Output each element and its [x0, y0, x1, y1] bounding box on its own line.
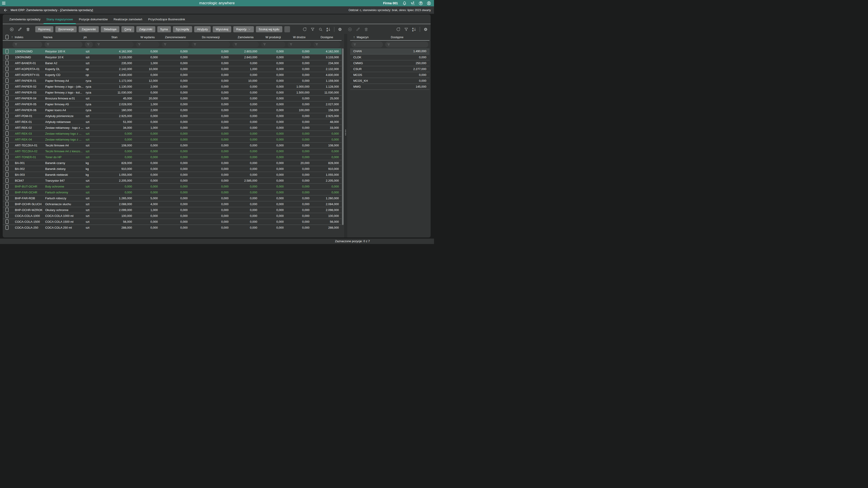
- row-checkbox[interactable]: [5, 72, 8, 77]
- table-row[interactable]: BHP-FAR-OCHRFartuch ochronnyszt0,0000,00…: [3, 189, 342, 195]
- row-checkbox[interactable]: [5, 102, 8, 106]
- button-szukaj-wg-kodu[interactable]: Szukaj wg kodu: [256, 26, 282, 32]
- row-checkbox[interactable]: [5, 202, 8, 206]
- row-checkbox[interactable]: [5, 55, 8, 59]
- table-row[interactable]: ART-PAPIER-01Papier firmowy A4ryza1.172,…: [3, 78, 342, 84]
- panel-column-header-dostępne[interactable]: Dostępne: [384, 34, 430, 40]
- table-row[interactable]: ART-REK-02Zestaw reklamowy - logo z ...s…: [3, 125, 342, 131]
- row-checkbox[interactable]: [5, 61, 8, 65]
- table-row[interactable]: BHP-OCHR-SŁUCHOchraniacze słuchuszt2.088…: [3, 201, 342, 207]
- filter-input-stan[interactable]: [95, 41, 133, 47]
- table-row[interactable]: BHP-OCHR-WZROKOkulary ochronneszt2.099,0…: [3, 207, 342, 213]
- sort-az-icon[interactable]: [412, 27, 416, 32]
- button-suma[interactable]: Suma: [157, 26, 171, 32]
- sort-az-icon[interactable]: [326, 27, 331, 32]
- add-icon[interactable]: [9, 27, 14, 32]
- filter-input-jm[interactable]: [85, 41, 93, 47]
- tab-pozycje-dokument-w[interactable]: Pozycje dokumentów: [76, 18, 111, 24]
- help-icon[interactable]: [418, 1, 423, 6]
- column-header-w-wydaniu[interactable]: W wydaniu: [135, 34, 160, 40]
- row-checkbox[interactable]: [5, 172, 8, 177]
- filter-input-do-rezerwacji[interactable]: [191, 41, 230, 47]
- row-checkbox[interactable]: [5, 108, 8, 112]
- notifications-icon[interactable]: [402, 1, 407, 6]
- table-row[interactable]: BA-003Barwnik niebieskikg1.055,0000,0000…: [3, 172, 342, 177]
- table-row[interactable]: ART-PAPIER-02Papier firmowy z logo - (of…: [3, 84, 342, 90]
- table-row[interactable]: 10K5%SMDRezystor 10 Kszt3.133,0000,0000,…: [3, 54, 342, 60]
- tab-realizacje-zam-wie-[interactable]: Realizacje zamówień: [111, 18, 145, 24]
- button-szczeg-y[interactable]: Szczegóły: [173, 26, 192, 32]
- table-row[interactable]: ART-PAPIER-05Papier firmowy A5ryza2.028,…: [3, 101, 342, 107]
- row-checkbox[interactable]: [5, 178, 8, 183]
- table-row[interactable]: COCA-COLA-1000COCA COLA 1000 mlszt100,00…: [3, 213, 342, 219]
- row-checkbox[interactable]: [5, 161, 8, 165]
- add-icon[interactable]: [348, 27, 352, 32]
- column-header-w-drodze[interactable]: W drodze: [286, 34, 312, 40]
- row-checkbox[interactable]: [5, 214, 8, 218]
- table-row[interactable]: ART-REK-01Artykuły reklamoweszt51,0000,0…: [3, 119, 342, 125]
- panel-filter-input-dostępne[interactable]: [385, 41, 428, 47]
- select-all-checkbox[interactable]: [5, 35, 8, 39]
- row-checkbox[interactable]: [5, 120, 8, 124]
- table-row[interactable]: BC847Tranzystor 847szt2.205,0000,0000,00…: [3, 177, 342, 184]
- refresh-icon[interactable]: [396, 27, 401, 32]
- edit-icon[interactable]: [356, 27, 360, 32]
- table-row[interactable]: BHP-BUT-OCHRButy ochronneszt0,0000,0000,…: [3, 184, 342, 189]
- table-row[interactable]: ART-KOPERTY-01Koperty CDop4.830,0000,000…: [3, 72, 342, 78]
- column-header-zarezerwowano[interactable]: Zarezerwowano: [160, 34, 190, 40]
- warehouse-row[interactable]: MWG145,000: [350, 84, 430, 90]
- warehouse-row[interactable]: CMWG250,000: [350, 60, 430, 66]
- row-checkbox[interactable]: [5, 131, 8, 136]
- account-icon[interactable]: [427, 1, 431, 6]
- tab-przychodz-ce-businesslink[interactable]: Przychodzące Businesslink: [145, 18, 188, 24]
- filter-input-zam-wienia[interactable]: [232, 41, 259, 47]
- warehouse-row[interactable]: CHAN1.490,000: [350, 48, 430, 54]
- button-raporty[interactable]: Raporty: [233, 26, 254, 32]
- column-header-do-rezerwacji[interactable]: Do rezerwacji: [190, 34, 231, 40]
- table-row[interactable]: ART-TONER-01Toner do HPszt0,0000,0000,00…: [3, 154, 342, 160]
- table-row[interactable]: ART-KOPERTA-01Koperty DLop2.142,00010,00…: [3, 66, 342, 72]
- edit-icon[interactable]: [18, 27, 22, 32]
- table-row[interactable]: BHP-FAR-ROBFartuch roboczyszt1.265,0005,…: [3, 195, 342, 201]
- row-checkbox[interactable]: [5, 113, 8, 118]
- button-atrybuty[interactable]: Atrybuty: [194, 26, 211, 32]
- panel-filter-input-magazyn[interactable]: [351, 41, 383, 47]
- row-checkbox[interactable]: [5, 49, 8, 54]
- column-header-stan[interactable]: Stan: [94, 34, 135, 40]
- table-row[interactable]: ART-REK-03Zestaw reklamowy logo z ...szt…: [3, 131, 342, 136]
- table-row[interactable]: ART-REK-04Zestaw reklamowy logo z ...szt…: [3, 136, 342, 142]
- table-row[interactable]: 100K5%SMDRezystor 100 Kszt4.162,0000,000…: [3, 48, 342, 54]
- row-checkbox[interactable]: [5, 84, 8, 89]
- row-checkbox[interactable]: [5, 190, 8, 195]
- row-checkbox[interactable]: [5, 219, 8, 224]
- button-rezerwacje[interactable]: Rezerwacje: [55, 26, 76, 32]
- button-wyszukaj[interactable]: Wyszukaj: [213, 26, 231, 32]
- warehouse-row[interactable]: CSUR2.277,000: [350, 66, 430, 72]
- row-checkbox[interactable]: [5, 184, 8, 189]
- warehouse-row[interactable]: MCOS_KH0,000: [350, 78, 430, 84]
- column-header-dost-pne[interactable]: Dostępne: [312, 34, 342, 40]
- filter-input-w-wydaniu[interactable]: [136, 41, 159, 47]
- row-checkbox[interactable]: [5, 96, 8, 101]
- button-zamienniki[interactable]: Zamienniki: [79, 26, 99, 32]
- filter-input-zarezerwowano[interactable]: [162, 41, 189, 47]
- filter-input-nazwa[interactable]: [44, 41, 83, 47]
- more-actions-button[interactable]: [284, 26, 290, 32]
- panel-splitter[interactable]: [344, 34, 347, 237]
- column-header-w-produkcji[interactable]: W produkcji: [260, 34, 286, 40]
- table-row[interactable]: ART-PAPIER-03Papier firmowy z logo - kol…: [3, 90, 342, 95]
- table-row[interactable]: ART-PAPIER-04Broszura firmowa w.01szt45,…: [3, 95, 342, 101]
- row-checkbox[interactable]: [5, 149, 8, 153]
- filter-input-w-produkcji[interactable]: [261, 41, 285, 47]
- delete-icon[interactable]: [364, 27, 368, 32]
- panel-column-header-magazyn[interactable]: ↑Magazyn: [350, 34, 384, 40]
- settings-icon[interactable]: [338, 27, 342, 32]
- button-rezerwuj[interactable]: Rezerwuj: [35, 26, 53, 32]
- row-checkbox[interactable]: [5, 207, 8, 212]
- table-row[interactable]: ART-TECZKA-01Teczki firmowe A4szt108,000…: [3, 142, 342, 148]
- row-checkbox[interactable]: [5, 125, 8, 130]
- filter-input-indeks[interactable]: [12, 41, 42, 47]
- button-sk-adowe[interactable]: Składowe: [101, 26, 119, 32]
- row-checkbox[interactable]: [5, 143, 8, 148]
- warehouse-row[interactable]: CLOK0,000: [350, 54, 430, 60]
